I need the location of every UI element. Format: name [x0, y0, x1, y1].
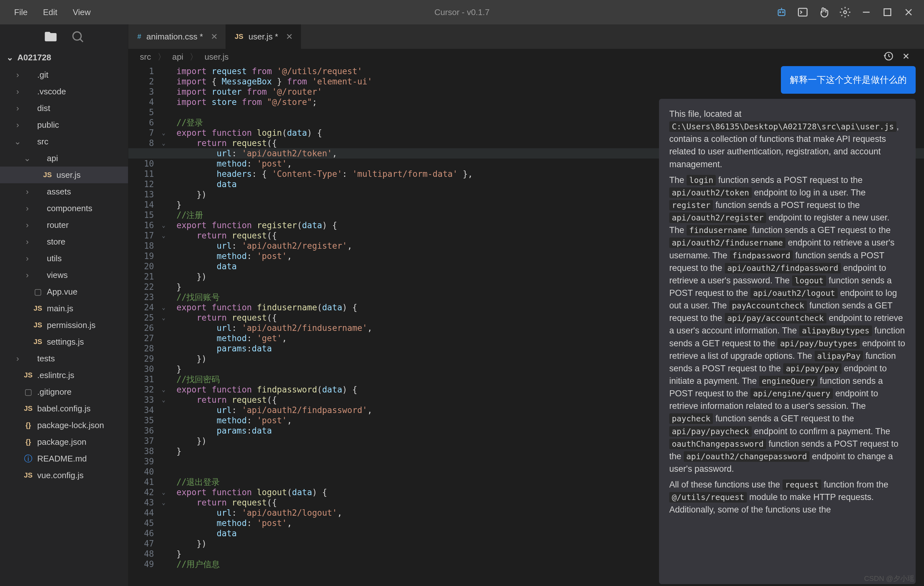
- chevron-right-icon: 〉: [158, 51, 166, 63]
- svg-point-10: [73, 32, 81, 40]
- tree-file[interactable]: {}package-lock.json: [0, 417, 128, 434]
- line-numbers: 1234567891011121314151617181920212223242…: [128, 65, 160, 586]
- menu-view[interactable]: View: [65, 4, 99, 21]
- tree-folder[interactable]: ›dist: [0, 100, 128, 117]
- window-title: Cursor - v0.1.7: [434, 7, 490, 17]
- project-root[interactable]: ⌄ A021728: [0, 49, 128, 66]
- fold-gutter: ⌄⌄⌄⌄⌄⌄⌄⌄⌄⌄: [160, 65, 167, 586]
- ai-user-message: 解释一下这个文件是做什么的: [781, 66, 916, 94]
- tree-folder[interactable]: ⌄src: [0, 133, 128, 150]
- hand-icon[interactable]: [818, 7, 830, 18]
- tree-folder[interactable]: ⌄api: [0, 150, 128, 167]
- tab[interactable]: JSuser.js *✕: [226, 25, 301, 49]
- tree-file[interactable]: JSbabel.config.js: [0, 400, 128, 417]
- tree-file[interactable]: JS.eslintrc.js: [0, 367, 128, 383]
- tab-bar: #animation.css *✕JSuser.js *✕: [128, 25, 924, 49]
- svg-point-1: [780, 12, 780, 13]
- breadcrumb-item: api: [172, 52, 183, 62]
- tree-file[interactable]: ⓘREADME.md: [0, 450, 128, 467]
- explorer-icon[interactable]: [44, 30, 58, 44]
- tree-file[interactable]: JSpermission.js: [0, 317, 128, 333]
- svg-rect-7: [884, 9, 891, 16]
- svg-rect-0: [778, 10, 785, 16]
- ai-panel: 解释一下这个文件是做什么的 This file, located at C:\U…: [659, 46, 916, 584]
- terminal-icon[interactable]: [797, 7, 808, 18]
- close-icon[interactable]: [903, 7, 914, 18]
- watermark: CSDN @夕小瑶: [864, 574, 914, 583]
- tree-folder[interactable]: ›public: [0, 117, 128, 133]
- tree-folder[interactable]: ›store: [0, 233, 128, 250]
- tab[interactable]: #animation.css *✕: [128, 25, 226, 49]
- tree-file[interactable]: ▢App.vue: [0, 283, 128, 300]
- tree-file[interactable]: JSvue.config.js: [0, 467, 128, 484]
- tree-folder[interactable]: ›components: [0, 200, 128, 216]
- tree-file[interactable]: ▢.gitignore: [0, 383, 128, 400]
- tree-file[interactable]: JSsettings.js: [0, 333, 128, 350]
- robot-icon[interactable]: [776, 7, 787, 18]
- history-icon[interactable]: [884, 51, 894, 61]
- window-controls: [776, 7, 924, 18]
- sidebar: ⌄ A021728 ›.git›.vscode›dist›public⌄src⌄…: [0, 25, 128, 586]
- minimize-icon[interactable]: [860, 7, 872, 18]
- svg-point-2: [782, 12, 784, 13]
- breadcrumb-item: user.js: [205, 52, 228, 62]
- tree-folder[interactable]: ›utils: [0, 250, 128, 267]
- chevron-right-icon: 〉: [190, 51, 198, 63]
- tree-file[interactable]: JSmain.js: [0, 300, 128, 317]
- svg-line-11: [80, 39, 83, 42]
- menu-edit[interactable]: Edit: [35, 4, 65, 21]
- chevron-down-icon: ⌄: [7, 53, 13, 63]
- svg-rect-4: [799, 8, 807, 16]
- menu-file[interactable]: File: [7, 4, 35, 21]
- tree-file[interactable]: {}package.json: [0, 434, 128, 450]
- tab-close-icon[interactable]: ✕: [208, 32, 220, 42]
- search-icon[interactable]: [71, 30, 85, 44]
- tree-folder[interactable]: ›views: [0, 267, 128, 283]
- tree-folder[interactable]: ›assets: [0, 183, 128, 200]
- gear-icon[interactable]: [839, 7, 851, 18]
- tree-folder[interactable]: ›router: [0, 216, 128, 233]
- ai-response: This file, located at C:\Users\86135\Des…: [659, 99, 916, 584]
- maximize-icon[interactable]: [882, 7, 893, 18]
- tree-folder[interactable]: ›.vscode: [0, 83, 128, 100]
- titlebar: File Edit View Cursor - v0.1.7: [0, 0, 924, 25]
- breadcrumb-item: src: [140, 52, 151, 62]
- editor-area: #animation.css *✕JSuser.js *✕ src 〉 api …: [128, 25, 924, 586]
- tree-folder[interactable]: ›tests: [0, 350, 128, 367]
- menu-bar: File Edit View: [0, 4, 99, 21]
- svg-point-5: [844, 11, 846, 14]
- tree-file[interactable]: JSuser.js: [0, 167, 128, 183]
- file-tree: ›.git›.vscode›dist›public⌄src⌄apiJSuser.…: [0, 66, 128, 586]
- project-name: A021728: [17, 53, 51, 63]
- close-panel-icon[interactable]: [901, 52, 911, 61]
- tab-close-icon[interactable]: ✕: [283, 32, 295, 42]
- tree-folder[interactable]: ›.git: [0, 66, 128, 83]
